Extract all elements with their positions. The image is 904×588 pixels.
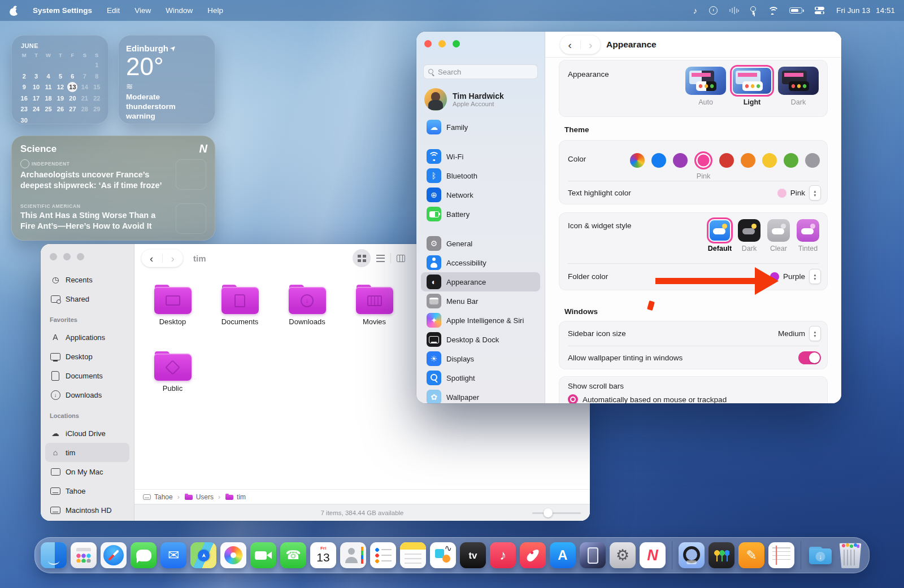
dock-system-settings[interactable]: ⚙ — [610, 542, 636, 568]
menu-item[interactable]: Edit — [107, 6, 120, 15]
close-button[interactable] — [50, 253, 57, 260]
slider-knob[interactable] — [544, 508, 553, 517]
voice-control-icon[interactable] — [729, 7, 739, 14]
sidebar-item-menu-bar[interactable]: Menu Bar — [421, 291, 540, 311]
highlight-stepper[interactable] — [809, 185, 821, 201]
menu-item[interactable]: Window — [166, 6, 193, 15]
color-pink[interactable]: Pink — [694, 151, 712, 169]
sidebar-item-wifi[interactable]: Wi-Fi — [421, 147, 540, 166]
sidebar-item-general[interactable]: ⚙ General — [421, 234, 540, 253]
menu-item[interactable]: System Settings — [33, 6, 92, 15]
sidebar-item-desktop-dock[interactable]: Desktop & Dock — [421, 330, 540, 349]
color-purple[interactable] — [673, 153, 688, 168]
sidebar-item-bluetooth[interactable]: ᛒ Bluetooth — [421, 166, 540, 185]
wallpaper-tinting-toggle[interactable] — [798, 351, 821, 364]
color-blue[interactable] — [651, 153, 666, 168]
sidebar-item-displays[interactable]: ☀ Displays — [421, 349, 540, 368]
folder-desktop[interactable]: Desktop — [139, 279, 206, 346]
back-button[interactable]: ‹ — [141, 253, 162, 264]
finder-sidebar-icloud-drive[interactable]: ☁ iCloud Drive — [45, 424, 129, 443]
dock-notes[interactable] — [400, 542, 426, 568]
minimize-button[interactable] — [438, 40, 446, 47]
color-orange[interactable] — [741, 153, 755, 168]
dock-contacts[interactable] — [340, 542, 366, 568]
dock-textedit[interactable] — [768, 542, 794, 568]
list-view-icon[interactable] — [376, 255, 385, 262]
passwords-key-icon[interactable] — [751, 6, 755, 15]
finder-sidebar-macintosh-hd[interactable]: Macintosh HD — [45, 500, 129, 520]
dock-finder[interactable] — [41, 542, 67, 568]
search-input[interactable] — [438, 68, 533, 76]
sidebar-item-spotlight[interactable]: Spotlight — [421, 368, 540, 387]
column-view-icon[interactable] — [397, 255, 405, 262]
dock-apple-tv[interactable]: tv — [460, 542, 486, 568]
finder-sidebar-recents[interactable]: ◷ Recents — [45, 270, 129, 289]
finder-sidebar-shared[interactable]: Shared — [45, 289, 129, 308]
dock-calendar[interactable]: Fri 13 — [310, 542, 336, 568]
menu-bar-clock[interactable]: Fri Jun 13 14:51 — [836, 6, 895, 15]
news-article[interactable]: INDEPENDENT Archaeologists uncover Franc… — [20, 159, 206, 199]
battery-icon[interactable] — [789, 7, 802, 14]
color-gray[interactable] — [805, 153, 820, 168]
icon-size-slider[interactable] — [532, 508, 581, 517]
color-multicolor[interactable] — [630, 153, 645, 168]
icon-style-dark[interactable]: Dark — [736, 219, 762, 252]
scrollbars-radio-auto[interactable] — [568, 394, 578, 403]
dock-downloads-folder[interactable]: ↓ — [807, 542, 833, 568]
sidebar-size-stepper[interactable] — [809, 326, 821, 341]
sidebar-item-battery[interactable]: Battery — [421, 204, 540, 224]
dock-passwords[interactable] — [709, 542, 734, 568]
dock-facetime[interactable] — [250, 542, 276, 568]
dock-divider[interactable] — [672, 541, 672, 569]
breadcrumb-item[interactable]: Tahoe — [142, 493, 173, 501]
forward-button[interactable]: › — [581, 40, 601, 50]
finder-sidebar-tahoe[interactable]: Tahoe — [45, 481, 129, 500]
dock-app-store[interactable]: A — [550, 542, 576, 568]
dock-music[interactable]: ♪ — [490, 542, 516, 568]
dock-news[interactable]: N — [640, 542, 666, 568]
music-icon[interactable]: ♪ — [693, 6, 698, 16]
appearance-option-dark[interactable]: Dark — [778, 67, 819, 106]
minimize-button[interactable] — [63, 253, 71, 260]
apple-menu[interactable] — [9, 6, 18, 16]
finder-sidebar-downloads[interactable]: Downloads — [45, 385, 129, 404]
zoom-button[interactable] — [77, 253, 84, 260]
finder-sidebar-desktop[interactable]: Desktop — [45, 347, 129, 366]
icon-style-default[interactable]: Default — [707, 219, 733, 252]
finder-sidebar-on-my-mac[interactable]: On My Mac — [45, 462, 129, 481]
dock-iphone-mirroring[interactable] — [580, 542, 606, 568]
finder-sidebar-tim[interactable]: ⌂ tim — [45, 443, 129, 462]
dock-reminders[interactable] — [370, 542, 396, 568]
dock-rocket-app[interactable] — [520, 542, 546, 568]
dock-pages[interactable]: ✎ — [738, 542, 764, 568]
forward-button[interactable]: › — [163, 253, 184, 264]
icon-style-tinted[interactable]: Tinted — [795, 219, 821, 252]
color-yellow[interactable] — [762, 153, 777, 168]
sidebar-item-family[interactable]: ☁ Family — [421, 117, 540, 137]
dock-trash[interactable] — [837, 542, 863, 568]
icon-style-clear[interactable]: Clear — [766, 219, 792, 252]
folder-movies[interactable]: Movies — [341, 279, 408, 346]
breadcrumb-item[interactable]: tim — [214, 493, 246, 501]
dock-safari[interactable] — [101, 542, 127, 568]
folder-downloads[interactable]: Downloads — [273, 279, 341, 346]
news-widget[interactable]: Science N INDEPENDENT Archaeologists unc… — [11, 136, 215, 241]
dock-preview-loupe[interactable] — [679, 542, 705, 568]
news-article[interactable]: SCIENTIFIC AMERICAN This Ant Has a Sting… — [20, 203, 206, 243]
close-button[interactable] — [424, 40, 432, 47]
dock-divider[interactable] — [801, 541, 801, 569]
sidebar-item-network[interactable]: ⊕ Network — [421, 185, 540, 204]
dock-messages[interactable] — [131, 542, 157, 568]
grid-view-button[interactable] — [353, 249, 371, 267]
calendar-widget[interactable]: JUNE MTWTFSS 123456789101112131415161718… — [11, 35, 108, 124]
dock-launchpad[interactable] — [71, 542, 97, 568]
appearance-option-auto[interactable]: Auto — [685, 67, 726, 106]
weather-widget[interactable]: Edinburgh➤ 20° ≋ Moderate thunderstorm w… — [118, 35, 215, 124]
color-red[interactable] — [719, 153, 734, 168]
dock-photos[interactable] — [220, 542, 246, 568]
dock-freeform[interactable]: ∿ — [430, 542, 456, 568]
folder-public[interactable]: Public — [139, 346, 206, 412]
finder-sidebar-applications[interactable]: A Applications — [45, 328, 129, 347]
folder-color-stepper[interactable] — [809, 269, 821, 284]
breadcrumb-item[interactable]: Users — [173, 493, 214, 501]
